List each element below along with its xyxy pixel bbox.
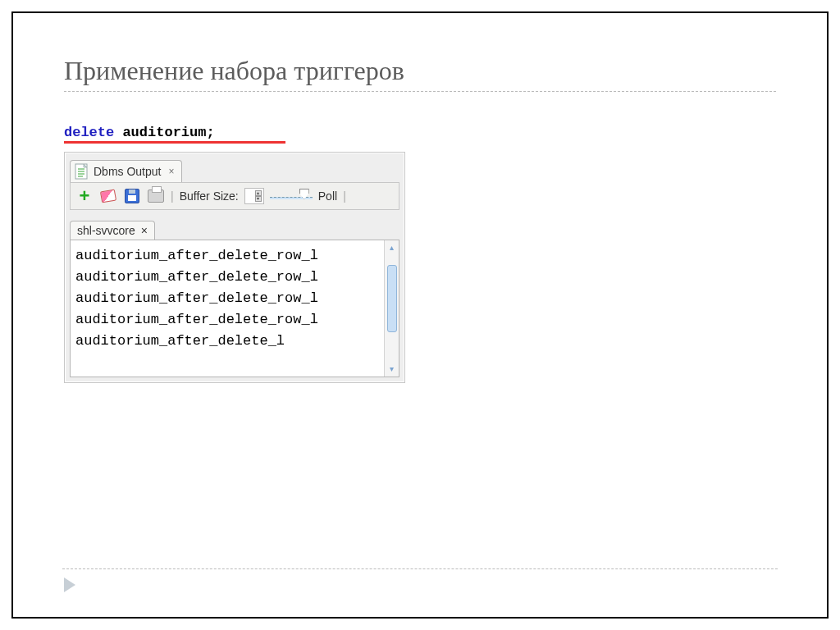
sql-error-underline — [64, 141, 285, 144]
add-button[interactable]: + — [75, 187, 94, 205]
poll-label: Poll — [318, 189, 337, 203]
sql-editor-line[interactable]: delete auditorium; — [64, 125, 776, 144]
slide-frame: Применение набора триггеров delete audit… — [11, 11, 829, 619]
toolbar-separator: | — [171, 189, 174, 203]
sql-keyword: delete — [64, 125, 114, 140]
dbms-output-panel: Dbms Output × + | Buffer Size: ▴ ▾ — [64, 152, 405, 383]
output-line: auditorium_after_delete_row_l — [75, 309, 379, 331]
printer-icon — [148, 189, 164, 203]
close-icon[interactable]: × — [141, 224, 148, 237]
buffer-size-input[interactable]: ▴ ▾ — [244, 188, 264, 204]
tab-label: Dbms Output — [94, 165, 161, 178]
output-box: auditorium_after_delete_row_l auditorium… — [70, 240, 399, 377]
slider-track — [270, 197, 313, 199]
output-line: auditorium_after_delete_row_l — [75, 267, 379, 288]
floppy-icon — [125, 189, 139, 203]
slide-title: Применение набора триггеров — [64, 56, 776, 86]
connection-tab[interactable]: shl-svvcore × — [70, 221, 155, 240]
output-line: auditorium_after_delete_l — [75, 331, 379, 352]
scroll-up-icon[interactable]: ▴ — [386, 242, 398, 253]
print-button[interactable] — [147, 187, 165, 205]
spinner-up-icon[interactable]: ▴ — [255, 190, 262, 196]
eraser-icon — [100, 189, 116, 203]
scroll-thumb[interactable] — [387, 265, 397, 332]
close-icon[interactable]: × — [168, 166, 174, 177]
slide-bullet-arrow-icon — [64, 578, 75, 592]
save-button[interactable] — [123, 187, 141, 205]
scroll-down-icon[interactable]: ▾ — [386, 363, 398, 375]
connection-tab-label: shl-svvcore — [77, 224, 135, 237]
sql-rest: auditorium; — [114, 125, 214, 140]
buffer-size-spinner[interactable]: ▴ ▾ — [255, 190, 262, 202]
tab-dbms-output[interactable]: Dbms Output × — [70, 160, 182, 182]
footer-divider — [62, 568, 778, 569]
title-divider — [64, 91, 776, 92]
output-line: auditorium_after_delete_row_l — [75, 288, 379, 309]
output-line: auditorium_after_delete_row_l — [75, 245, 379, 267]
poll-slider[interactable] — [270, 189, 313, 203]
vertical-scrollbar[interactable]: ▴ ▾ — [384, 240, 399, 377]
toolbar-separator-end: | — [343, 189, 346, 203]
toolbar: + | Buffer Size: ▴ ▾ Poll — [70, 182, 399, 210]
panel-tab-row: Dbms Output × — [70, 158, 399, 182]
spinner-down-icon[interactable]: ▾ — [255, 196, 262, 202]
connection-tab-row: shl-svvcore × — [70, 210, 399, 240]
document-lines-icon — [75, 163, 89, 180]
buffer-size-label: Buffer Size: — [180, 189, 239, 203]
clear-button[interactable] — [99, 187, 117, 205]
plus-icon: + — [80, 185, 90, 207]
output-lines[interactable]: auditorium_after_delete_row_l auditorium… — [71, 240, 384, 377]
